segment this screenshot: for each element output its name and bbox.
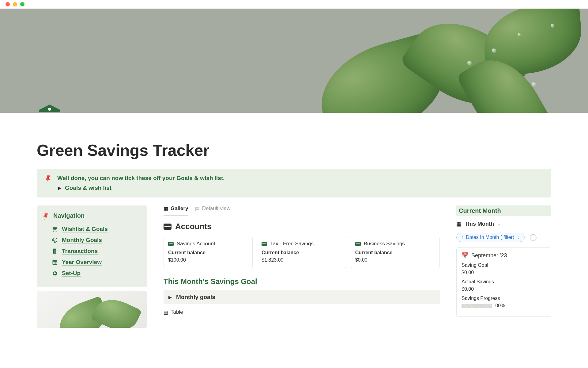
account-card-business[interactable]: Business Savings Current balance $0.00 — [351, 237, 440, 268]
pushpin-icon: 📌 — [43, 173, 53, 183]
monthly-savings-heading: This Month's Savings Goal — [164, 277, 440, 286]
receipt-icon — [51, 248, 58, 255]
tab-default-view[interactable]: ▤ Default view — [195, 205, 231, 213]
decorative-plant-image — [37, 291, 147, 328]
account-name: Business Savings — [364, 241, 405, 247]
account-name: Tax - Free Savings — [270, 241, 314, 247]
chevron-down-icon: ⌄ — [517, 235, 520, 240]
nav-item-wishlist-goals[interactable]: Wishlist & Goals — [42, 224, 141, 235]
account-sub-label: Current balance — [355, 250, 435, 255]
callout-block: 📌 Well done, you can now tick these off … — [37, 169, 551, 197]
credit-card-icon — [168, 242, 174, 246]
loading-spinner-icon — [530, 234, 537, 241]
view-picker-this-month[interactable]: ▦ This Month ⌄ — [456, 220, 551, 227]
accounts-heading: Accounts — [164, 222, 440, 231]
gallery-icon: ▦ — [164, 206, 168, 212]
value-savings-progress: 00% — [462, 303, 546, 309]
calendar-icon: 📅 — [462, 252, 468, 259]
tab-table[interactable]: ▤ Table — [164, 309, 440, 315]
svg-point-3 — [55, 240, 55, 241]
nav-link[interactable]: Monthly Goals — [62, 237, 102, 243]
account-balance: $1,823.00 — [262, 257, 341, 263]
label-saving-goal: Saving Goal — [462, 263, 546, 268]
gear-icon — [51, 270, 58, 277]
chevron-down-icon: ⌄ — [497, 222, 500, 226]
nav-item-transactions[interactable]: Transactions — [42, 246, 141, 257]
navigation-title: Navigation — [53, 212, 85, 219]
label-actual-savings: Actual Savings — [462, 279, 546, 285]
arrow-up-icon: ↑ — [461, 235, 463, 240]
goals-wishlist-toggle[interactable]: ▶ Goals & wish list — [57, 185, 544, 191]
credit-card-icon — [262, 242, 267, 246]
account-sub-label: Current balance — [168, 250, 248, 255]
calendar-grid-icon — [51, 259, 58, 266]
goals-wishlist-label: Goals & wish list — [65, 185, 111, 191]
view-label: This Month — [465, 221, 494, 227]
progress-bar — [462, 304, 492, 308]
page-icon-bank[interactable] — [37, 102, 62, 113]
table-icon: ▤ — [164, 309, 168, 315]
credit-card-icon — [164, 224, 172, 230]
svg-point-0 — [48, 108, 51, 111]
minimize-window-button[interactable] — [13, 2, 17, 6]
account-name: Savings Account — [177, 241, 215, 247]
window-titlebar — [0, 0, 588, 9]
filter-label: Dates In Month ( filter) — [466, 235, 514, 240]
month-name: September '23 — [471, 252, 507, 259]
cover-image — [0, 9, 588, 113]
account-balance: $100.00 — [168, 257, 248, 263]
value-saving-goal: $0.00 — [462, 270, 546, 275]
table-icon: ▤ — [195, 206, 200, 212]
monthly-goals-toggle[interactable]: ▶ Monthly goals — [164, 290, 440, 304]
current-month-heading: Current Month — [456, 205, 551, 216]
triangle-right-icon: ▶ — [168, 295, 172, 300]
account-balance: $0.00 — [355, 257, 435, 263]
nav-link[interactable]: Transactions — [62, 248, 98, 255]
nav-link[interactable]: Wishlist & Goals — [62, 226, 108, 232]
tab-label: Default view — [202, 205, 231, 212]
nav-item-year-overview[interactable]: Year Overview — [42, 257, 141, 268]
value-actual-savings: $0.00 — [462, 286, 546, 292]
label-savings-progress: Savings Progress — [462, 296, 546, 301]
credit-card-icon — [355, 242, 361, 246]
month-summary-card[interactable]: 📅 September '23 Saving Goal $0.00 Actual… — [456, 247, 551, 317]
view-tabs: ▦ Gallery ▤ Default view — [164, 205, 440, 216]
tab-label: Table — [171, 309, 183, 315]
navigation-card: 📌 Navigation Wishlist & Goals Monthly Go… — [37, 205, 147, 287]
gallery-icon: ▦ — [456, 220, 462, 227]
account-card-savings[interactable]: Savings Account Current balance $100.00 — [164, 237, 253, 268]
target-icon — [51, 237, 58, 243]
maximize-window-button[interactable] — [20, 2, 24, 6]
cart-icon — [51, 226, 58, 232]
nav-item-monthly-goals[interactable]: Monthly Goals — [42, 235, 141, 246]
filter-chip-dates-in-month[interactable]: ↑ Dates In Month ( filter) ⌄ — [456, 233, 525, 242]
triangle-right-icon: ▶ — [58, 186, 61, 190]
nav-link[interactable]: Year Overview — [62, 259, 102, 266]
callout-message: Well done, you can now tick these off yo… — [57, 175, 544, 182]
nav-item-setup[interactable]: Set-Up — [42, 268, 141, 279]
nav-link[interactable]: Set-Up — [62, 270, 81, 277]
account-sub-label: Current balance — [262, 250, 341, 255]
close-window-button[interactable] — [6, 2, 10, 6]
monthly-goals-label: Monthly goals — [176, 294, 215, 301]
page-title: Green Savings Tracker — [37, 141, 551, 159]
account-card-tax-free[interactable]: Tax - Free Savings Current balance $1,82… — [257, 237, 346, 268]
pushpin-icon: 📌 — [41, 211, 50, 220]
tab-gallery[interactable]: ▦ Gallery — [164, 205, 188, 216]
tab-label: Gallery — [171, 205, 188, 212]
